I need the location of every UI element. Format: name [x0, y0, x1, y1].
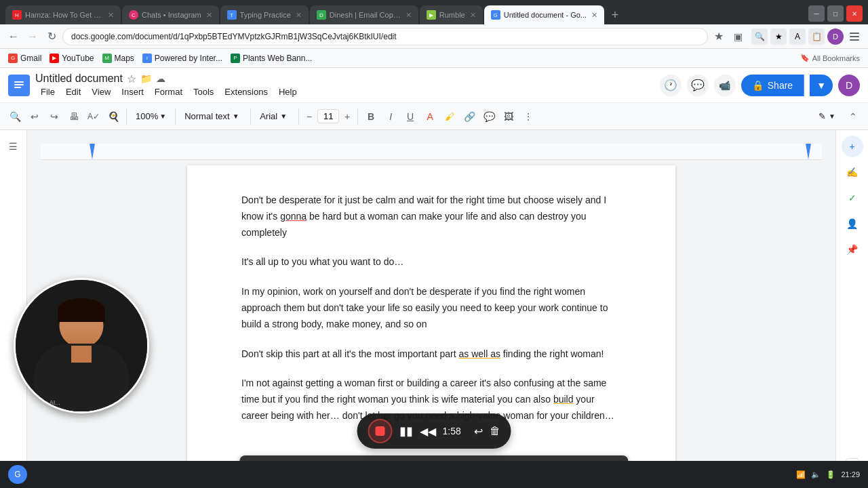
share-button[interactable]: 🔒 Share: [741, 75, 804, 96]
new-tab-button[interactable]: +: [606, 5, 625, 24]
menu-view[interactable]: View: [86, 85, 116, 98]
star-icon[interactable]: ☆: [127, 73, 136, 85]
extension-icon-1[interactable]: 🔍: [751, 28, 768, 45]
tab-hamza[interactable]: H Hamza: How To Get Your Dr... ✕: [5, 5, 121, 24]
search-btn[interactable]: 🔍: [5, 107, 24, 126]
system-icons: 📶 🔈 🔋 21:29: [796, 470, 860, 479]
more-btn[interactable]: ⋮: [519, 107, 538, 126]
right-sidebar-icon-4[interactable]: 👤: [842, 213, 863, 235]
loom-record-btn[interactable]: [368, 419, 393, 443]
menu-file[interactable]: File: [35, 85, 60, 98]
volume-icon[interactable]: 🔈: [811, 470, 821, 479]
network-icon[interactable]: 📶: [796, 470, 806, 479]
battery-icon[interactable]: 🔋: [826, 470, 835, 479]
bookmark-inter[interactable]: i Powered by Inter...: [142, 54, 222, 63]
right-sidebar-icon-1[interactable]: +: [842, 136, 863, 157]
link-btn[interactable]: 🔗: [460, 107, 479, 126]
underline-btn[interactable]: U: [401, 107, 420, 126]
tab-close-hamza[interactable]: ✕: [108, 11, 114, 20]
menu-btn[interactable]: [846, 28, 863, 45]
menu-insert[interactable]: Insert: [116, 85, 149, 98]
menu-extensions[interactable]: Extensions: [219, 85, 273, 98]
menu-format[interactable]: Format: [149, 85, 188, 98]
comments-icon[interactable]: 💬: [687, 75, 709, 96]
docs-app: Untitled document ☆ 📁 ☁ File Edit View I…: [0, 68, 868, 488]
menu-help[interactable]: Help: [273, 85, 302, 98]
paint-btn[interactable]: 🍳: [104, 107, 123, 126]
tab-close-typing[interactable]: ✕: [296, 11, 302, 20]
profile-avatar[interactable]: D: [827, 28, 844, 45]
minimize-btn[interactable]: ─: [808, 5, 825, 22]
font-size-increase[interactable]: +: [340, 108, 354, 125]
star-btn[interactable]: ★: [711, 28, 727, 45]
tab-favicon-chats: C: [129, 10, 138, 20]
close-btn[interactable]: ✕: [846, 5, 863, 22]
forward-btn[interactable]: →: [24, 28, 41, 45]
ruler-marker-left: [90, 144, 95, 159]
move-icon[interactable]: 📁: [140, 73, 152, 84]
share-dropdown-btn[interactable]: ▼: [810, 75, 833, 96]
reload-btn[interactable]: ↻: [43, 28, 60, 45]
menu-edit[interactable]: Edit: [60, 85, 86, 98]
comment-btn[interactable]: 💬: [479, 107, 498, 126]
tab-close-dinesh[interactable]: ✕: [406, 11, 412, 20]
print-btn[interactable]: 🖶: [64, 107, 83, 126]
outline-icon[interactable]: ☰: [3, 136, 24, 157]
tab-chats[interactable]: C Chats • Instagram ✕: [122, 5, 219, 24]
font-size-input[interactable]: [317, 109, 339, 123]
cloud-icon[interactable]: ☁: [156, 73, 165, 84]
ruler-marker-right: [806, 144, 811, 159]
tab-rumble[interactable]: ▶ Rumble ✕: [420, 5, 483, 24]
tab-close-rumble[interactable]: ✕: [470, 11, 476, 20]
loom-rewind-btn[interactable]: ◀◀: [420, 425, 436, 438]
right-sidebar-icon-2[interactable]: ✍: [842, 161, 863, 183]
italic-btn[interactable]: I: [381, 107, 400, 126]
history-icon[interactable]: 🕐: [660, 75, 682, 96]
style-select[interactable]: Normal text ▼: [179, 108, 247, 124]
extension-icon-4[interactable]: 📋: [808, 28, 825, 45]
bold-btn[interactable]: B: [361, 107, 380, 126]
redo-btn[interactable]: ↪: [45, 107, 64, 126]
meet-icon[interactable]: 📹: [714, 75, 736, 96]
bookmark-plants[interactable]: P Plants Web Bann...: [231, 54, 313, 63]
right-sidebar-icon-5[interactable]: 📌: [842, 239, 863, 260]
docs-logo[interactable]: [8, 75, 30, 96]
back-btn[interactable]: ←: [5, 28, 22, 45]
tab-close-chats[interactable]: ✕: [206, 11, 212, 20]
tab-close-docs[interactable]: ✕: [591, 11, 597, 20]
tab-typing[interactable]: T Typing Practice ✕: [220, 5, 309, 24]
all-bookmarks-btn[interactable]: 🔖 All Bookmarks: [800, 54, 860, 62]
bookmark-maps[interactable]: M Maps: [102, 54, 134, 63]
right-sidebar-icon-3[interactable]: ✓: [842, 187, 863, 209]
tab-dinesh[interactable]: D Dinesh | Email Copywriter (..) ✕: [310, 5, 418, 24]
bookmark-youtube[interactable]: ▶ YouTube: [50, 54, 94, 63]
bookmark-gmail[interactable]: G Gmail: [8, 54, 41, 63]
loom-pause-btn[interactable]: ▮▮: [399, 424, 413, 439]
extension-icon-2[interactable]: ★: [770, 28, 787, 45]
edit-mode-btn[interactable]: ✎ ▼: [813, 108, 841, 124]
loom-undo-btn[interactable]: ↩: [474, 425, 483, 438]
font-select[interactable]: Arial ▼: [254, 108, 295, 124]
highlight-btn[interactable]: 🖌: [440, 107, 459, 126]
font-size-decrease[interactable]: −: [302, 108, 316, 125]
docs-content[interactable]: Don't be desperate for it just be calm a…: [241, 192, 621, 424]
address-input[interactable]: [62, 28, 708, 45]
share-label: Share: [768, 80, 793, 91]
menu-tools[interactable]: Tools: [188, 85, 219, 98]
collapse-toolbar-btn[interactable]: ⌃: [844, 107, 863, 126]
zoom-select[interactable]: 100% ▼: [130, 108, 172, 124]
maximize-btn[interactable]: □: [827, 5, 844, 22]
loom-delete-btn[interactable]: 🗑: [490, 425, 500, 437]
undo-btn[interactable]: ↩: [25, 107, 44, 126]
extensions-btn[interactable]: ▣: [730, 28, 746, 45]
taskbar-icon-1[interactable]: G: [8, 465, 27, 484]
spellcheck-btn[interactable]: A✓: [84, 107, 103, 126]
toolbar-divider-4: [298, 108, 299, 125]
tab-docs[interactable]: G Untitled document - Go... ✕: [484, 5, 604, 24]
extension-icon-3[interactable]: A: [789, 28, 806, 45]
text-color-btn[interactable]: A: [420, 107, 439, 126]
account-avatar[interactable]: D: [838, 75, 860, 96]
font-dropdown-icon: ▼: [280, 113, 287, 120]
image-btn[interactable]: 🖼: [499, 107, 518, 126]
underline-as-well-as: as well as: [458, 348, 500, 359]
